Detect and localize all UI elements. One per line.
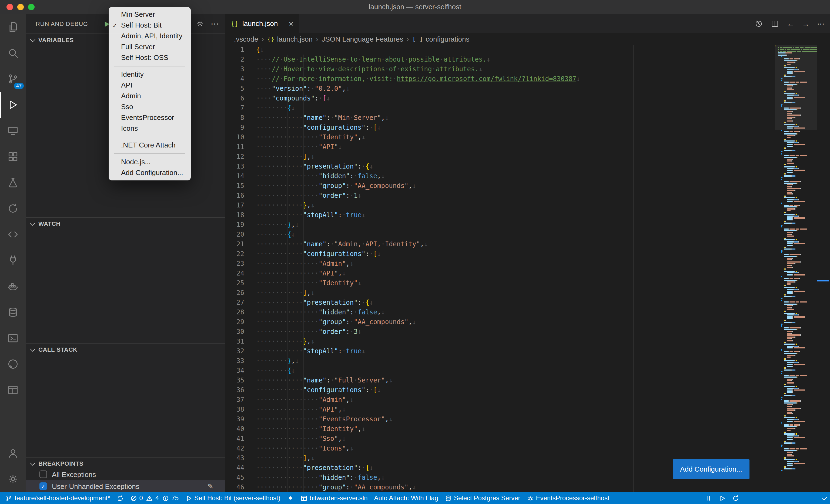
line-number: 14 [225, 171, 244, 181]
nuget-icon[interactable] [0, 196, 26, 222]
overview-ruler-marker [817, 280, 829, 281]
line-number: 19 [225, 220, 244, 230]
menu-item[interactable]: Add Configuration... [108, 167, 191, 178]
flame-item[interactable] [284, 492, 297, 504]
git-branch-item[interactable]: feature/self-hosted-development* [2, 492, 114, 504]
menu-item[interactable]: Min Server [108, 9, 191, 20]
indent-guide [303, 55, 304, 492]
brackets-icon[interactable] [0, 222, 26, 247]
tab-launch-json[interactable]: {} launch.json × [225, 14, 299, 33]
close-tab-icon[interactable]: × [289, 19, 293, 28]
activity-bar-bottom [0, 440, 26, 492]
minimap-slider[interactable] [775, 45, 817, 130]
close-window-button[interactable] [6, 4, 13, 10]
spell-checker-item[interactable]: Spell [819, 492, 830, 504]
menu-item[interactable]: Identity [108, 69, 191, 80]
vscode-window: launch.json — server-selfhost 47 RUN AND… [0, 0, 830, 504]
docker-icon[interactable] [0, 273, 26, 299]
menu-item[interactable]: .NET Core Attach [108, 140, 191, 151]
code-line: 16················"order":·1↓ [225, 191, 775, 200]
add-configuration-button[interactable]: Add Configuration... [673, 459, 749, 479]
git-sync-item[interactable] [114, 492, 127, 504]
menu-item[interactable]: ✓Self Host: Bit [108, 20, 191, 31]
editor-ruler [633, 45, 634, 492]
events-processor-item[interactable]: EventsProcessor-selfhost [523, 492, 612, 504]
status-bar: feature/self-hosted-development*0475Self… [0, 492, 830, 504]
menu-item[interactable]: Node.js... [108, 157, 191, 167]
auto-attach-item[interactable]: Auto Attach: With Flag [371, 492, 442, 504]
section-label: CALL STACK [38, 346, 77, 353]
breakpoint-row[interactable]: All Exceptions [26, 468, 225, 480]
menu-items: Min Server✓Self Host: BitAdmin, API, Ide… [108, 9, 191, 178]
database-icon[interactable] [0, 299, 26, 325]
debug-launch-item[interactable]: Self Host: Bit (server-selfhost) [182, 492, 284, 504]
menu-item[interactable]: Sso [108, 102, 191, 112]
menu-item[interactable]: EventsProcessor [108, 112, 191, 123]
activity-bar: 47 [0, 14, 26, 492]
split-editor-icon[interactable] [771, 19, 779, 28]
settings-gear-icon[interactable] [0, 466, 26, 492]
editor-more-actions-icon[interactable]: ⋯ [817, 19, 825, 28]
menu-item[interactable]: Icons [108, 123, 191, 134]
code-line: 34········{↓ [225, 366, 775, 375]
solution-item[interactable]: bitwarden-server.sln [297, 492, 371, 504]
breakpoint-checkbox[interactable]: ✓ [39, 482, 47, 490]
extensions-icon[interactable] [0, 144, 26, 170]
problems-item[interactable]: 0475 [127, 492, 182, 504]
breadcrumb-item[interactable]: {}launch.json [267, 35, 313, 43]
breadcrumb-item[interactable]: .vscode [234, 35, 258, 43]
plug-icon[interactable] [0, 247, 26, 273]
code-line: 46················"group":·"AA_compounds… [225, 482, 775, 492]
menu-item[interactable]: Self Host: OSS [108, 53, 191, 63]
tab-bar: {} launch.json × ← → ⋯ [225, 14, 830, 33]
breakpoint-checkbox[interactable] [39, 471, 47, 478]
search-icon[interactable] [0, 40, 26, 66]
line-number: 13 [225, 162, 244, 171]
line-number: 9 [225, 123, 244, 132]
line-number: 17 [225, 200, 244, 210]
layout-icon[interactable] [0, 377, 26, 403]
breadcrumb-item[interactable]: JSON Language Features [321, 35, 403, 43]
code-editor[interactable]: 1{↓2····//·Use·IntelliSense·to·learn·abo… [225, 45, 775, 492]
navigate-back-icon[interactable]: ← [787, 19, 794, 28]
edit-breakpoint-icon[interactable]: ✎ [208, 482, 214, 490]
debug-settings-gear-icon[interactable] [196, 20, 204, 28]
testing-icon[interactable] [0, 170, 26, 196]
views-more-actions-icon[interactable]: ⋯ [211, 19, 219, 29]
zoom-window-button[interactable] [28, 4, 35, 10]
minimize-window-button[interactable] [17, 4, 24, 10]
status-bar-right: Spell [702, 492, 830, 504]
watch-section-header[interactable]: WATCH [26, 217, 225, 230]
code-line: 37················"Admin",↓ [225, 395, 775, 405]
accounts-icon[interactable] [0, 440, 26, 466]
breadcrumb-item[interactable]: [ ]configurations [412, 35, 470, 43]
explorer-icon[interactable] [0, 14, 26, 40]
menu-item[interactable]: API [108, 80, 191, 91]
source-control-icon[interactable]: 47 [0, 66, 26, 92]
menu-item[interactable]: Admin [108, 91, 191, 102]
history-icon[interactable] [754, 19, 763, 28]
section-label: VARIABLES [38, 37, 74, 43]
github-icon[interactable] [0, 351, 26, 377]
remote-explorer-icon[interactable] [0, 118, 26, 144]
menu-item[interactable]: Admin, API, Identity [108, 31, 191, 42]
postgres-item[interactable]: Select Postgres Server [442, 492, 523, 504]
breakpoints-section-header[interactable]: BREAKPOINTS [26, 457, 225, 469]
code-line: 40················"Identity",↓ [225, 424, 775, 434]
line-number: 26 [225, 288, 244, 298]
chevron-down-icon [30, 36, 35, 42]
code-line: 19········},↓ [225, 220, 775, 230]
terminal-icon[interactable] [0, 325, 26, 351]
breadcrumb: .vscode›{}launch.json›JSON Language Feat… [225, 33, 830, 45]
step-item[interactable] [716, 492, 729, 504]
menu-item[interactable]: Full Server [108, 42, 191, 53]
code-line: 9············"configurations":·[↓ [225, 123, 775, 132]
minimap[interactable] [775, 45, 817, 492]
run-and-debug-icon[interactable] [0, 92, 26, 118]
breakpoint-row[interactable]: ✓User-Unhandled Exceptions✎ [26, 480, 225, 492]
navigate-forward-icon[interactable]: → [802, 19, 809, 28]
restart-item[interactable] [729, 492, 743, 504]
call-stack-section-header[interactable]: CALL STACK [26, 343, 225, 356]
pause-item[interactable] [702, 492, 716, 504]
code-line: 14················"hidden":·false,↓ [225, 171, 775, 181]
